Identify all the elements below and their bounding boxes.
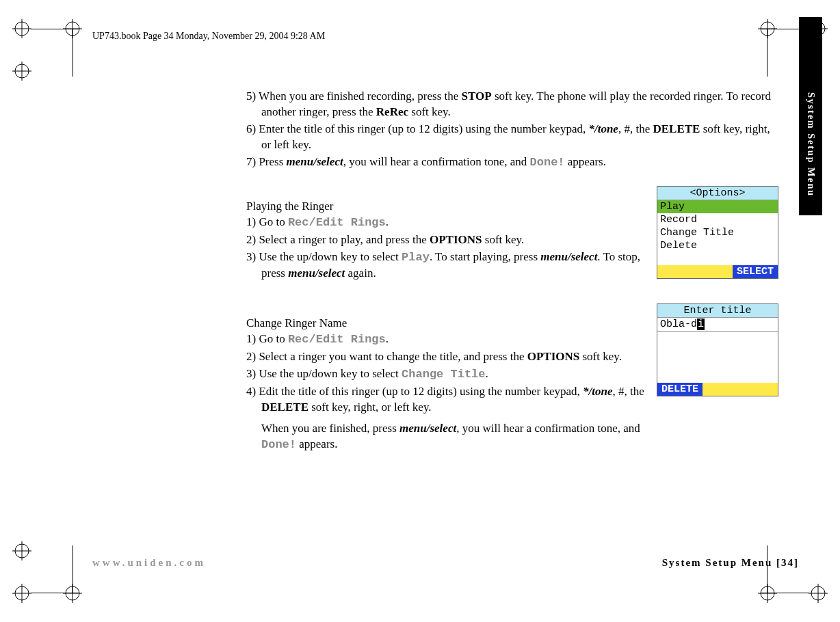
text: . (386, 215, 389, 228)
tone-label: */tone (583, 385, 612, 398)
playing-step-3: 3) Use the up/down key to select Play. T… (246, 249, 644, 282)
phone-screen-enter-title: Enter title Obla-di DELETE (657, 303, 778, 396)
step-7: 7) Press menu/select, you will hear a co… (246, 154, 780, 171)
input-text: Obla-d (660, 319, 697, 330)
lcd-text: Rec/Edit Rings (288, 333, 386, 346)
text: When you are finished, press (261, 422, 399, 435)
text: soft key, right, or left key. (309, 401, 432, 414)
crop-target-icon (12, 541, 31, 560)
crop-line (73, 29, 73, 77)
options-label: OPTIONS (527, 350, 580, 363)
crop-target-icon (809, 584, 828, 603)
phone-screen-options: <Options> Play Record Change Title Delet… (657, 186, 778, 279)
crop-target-icon (12, 62, 31, 81)
change-finish: When you are finished, press menu/select… (246, 421, 644, 453)
screen-row-play: Play (657, 200, 778, 213)
crop-line (73, 545, 73, 593)
lcd-text: Change Title (402, 368, 485, 381)
menu-select-label: menu/select (399, 422, 456, 435)
crop-target-icon (12, 19, 31, 38)
crop-line (767, 545, 767, 593)
text: 3) Use the up/down key to select (246, 367, 402, 380)
footer-url: www.uniden.com (92, 557, 206, 569)
menu-select-label: menu/select (288, 267, 345, 280)
stop-label: STOP (462, 90, 492, 103)
text: 5) When you are finished recording, pres… (246, 90, 462, 103)
text: soft key. (482, 233, 525, 246)
delete-label: DELETE (653, 122, 700, 135)
screen-title: Enter title (657, 304, 778, 318)
playing-step-1: 1) Go to Rec/Edit Rings. (246, 215, 644, 231)
change-step-2: 2) Select a ringer you want to change th… (246, 349, 644, 365)
crop-target-icon (758, 584, 777, 603)
text: 1) Go to (246, 332, 288, 345)
step-5: 5) When you are finished recording, pres… (246, 89, 780, 120)
text: , #, the (612, 385, 644, 398)
text: 4) Edit the title of this ringer (up to … (246, 385, 583, 398)
crop-line (767, 29, 767, 77)
menu-select-label: menu/select (540, 250, 597, 263)
footer-section: System Setup Menu [34] (662, 557, 799, 569)
screen-title: <Options> (657, 187, 778, 200)
header-text: UP743.book Page 34 Monday, November 29, … (92, 31, 325, 42)
crop-line (31, 29, 79, 29)
crop-line (31, 593, 79, 593)
softkey-delete: DELETE (657, 383, 703, 396)
lcd-text: Play (402, 251, 430, 264)
playing-ringer-title: Playing the Ringer (246, 200, 644, 213)
text: . (386, 332, 389, 345)
text: again. (345, 267, 376, 280)
page-content: 5) When you are finished recording, pres… (246, 89, 780, 453)
text: 7) Press (246, 155, 287, 168)
text: , #, the (618, 122, 653, 135)
text: appears. (565, 155, 606, 168)
change-step-1: 1) Go to Rec/Edit Rings. (246, 332, 644, 348)
text: appears. (296, 437, 337, 450)
text: soft key. (579, 350, 622, 363)
change-step-3: 3) Use the up/down key to select Change … (246, 366, 644, 383)
text: 3) Use the up/down key to select (246, 250, 402, 263)
text: soft key. (408, 105, 451, 118)
screen-row-delete: Delete (657, 239, 778, 252)
delete-label: DELETE (261, 401, 309, 414)
menu-select-label: menu/select (287, 155, 343, 168)
text: 2) Select a ringer you want to change th… (246, 350, 527, 363)
playing-step-2: 2) Select a ringer to play, and press th… (246, 232, 644, 248)
text: 2) Select a ringer to play, and press th… (246, 233, 430, 246)
done-lcd: Done! (530, 156, 565, 169)
options-label: OPTIONS (430, 233, 482, 246)
screen-footer: DELETE (657, 383, 778, 396)
step-6: 6) Enter the title of this ringer (up to… (246, 122, 780, 153)
screen-footer: SELECT (657, 265, 778, 278)
softkey-select: SELECT (733, 265, 778, 278)
input-cursor: i (697, 319, 705, 330)
screen-input-row: Obla-di (657, 318, 778, 332)
done-lcd: Done! (261, 438, 296, 451)
text: 1) Go to (246, 215, 288, 228)
screen-row-record: Record (657, 213, 778, 226)
lcd-text: Rec/Edit Rings (288, 216, 386, 229)
crop-target-icon (12, 584, 31, 603)
crop-line (761, 593, 809, 593)
screen-row-change-title: Change Title (657, 226, 778, 239)
text: 6) Enter the title of this ringer (up to… (246, 122, 588, 135)
text: , you will hear a confirmation tone, and (456, 422, 640, 435)
text: . (486, 367, 488, 380)
change-ringer-title: Change Ringer Name (246, 316, 644, 330)
change-step-4: 4) Edit the title of this ringer (up to … (246, 384, 644, 416)
tone-label: */tone (588, 122, 618, 135)
text: . To start playing, press (430, 250, 540, 263)
text: , you will hear a confirmation tone, and (343, 155, 530, 168)
section-tab: System Setup Menu (799, 17, 822, 215)
rerec-label: ReRec (376, 105, 408, 118)
